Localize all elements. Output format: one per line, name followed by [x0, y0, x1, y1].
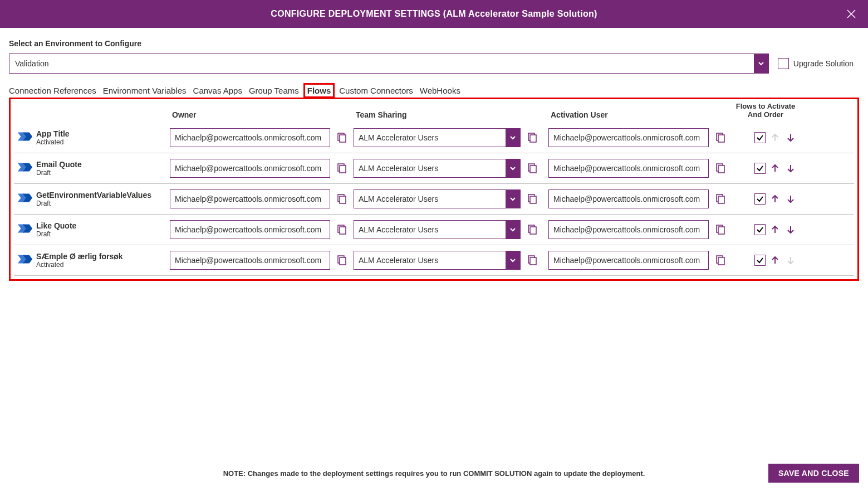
copy-icon[interactable] [713, 162, 727, 175]
activation-user-input[interactable] [548, 159, 709, 178]
copy-icon[interactable] [335, 223, 348, 236]
environment-select-value: Validation [9, 59, 754, 68]
move-up-button [769, 132, 781, 144]
chevron-down-icon [506, 159, 520, 177]
upgrade-solution-checkbox[interactable] [778, 58, 789, 69]
tab-custom-connectors[interactable]: Custom Connectors [339, 86, 413, 95]
flow-icon [17, 161, 33, 176]
move-down-button[interactable] [784, 193, 797, 205]
team-sharing-value: ALM Accelerator Users [354, 133, 506, 142]
column-owner: Owner [170, 110, 354, 119]
flow-status: Activated [36, 138, 165, 146]
owner-input[interactable] [170, 189, 330, 208]
copy-icon[interactable] [713, 192, 727, 206]
tab-flows[interactable]: Flows [303, 83, 335, 98]
move-up-button[interactable] [769, 193, 781, 205]
tab-group-teams[interactable]: Group Teams [249, 86, 299, 95]
copy-icon[interactable] [525, 223, 538, 236]
svg-rect-11 [718, 166, 724, 173]
copy-icon[interactable] [525, 162, 538, 175]
dialog-title: CONFIGURE DEPLOYMENT SETTINGS (ALM Accel… [271, 9, 597, 19]
copy-icon[interactable] [525, 192, 538, 206]
move-down-button[interactable] [784, 162, 797, 174]
svg-rect-7 [340, 166, 346, 173]
move-down-button[interactable] [784, 132, 797, 144]
svg-rect-5 [718, 135, 724, 142]
activate-checkbox[interactable] [754, 132, 766, 143]
team-sharing-select[interactable]: ALM Accelerator Users [354, 251, 521, 270]
team-sharing-value: ALM Accelerator Users [354, 164, 506, 173]
svg-rect-29 [718, 257, 724, 265]
activation-user-input[interactable] [548, 251, 709, 270]
flow-name: Email Quote [36, 160, 165, 169]
copy-icon[interactable] [525, 131, 538, 144]
activation-user-input[interactable] [548, 189, 709, 208]
copy-icon[interactable] [713, 254, 727, 267]
move-up-button[interactable] [769, 162, 781, 174]
chevron-down-icon [754, 54, 768, 73]
copy-icon[interactable] [335, 162, 348, 175]
tab-bar: Connection References Environment Variab… [9, 86, 859, 95]
tab-webhooks[interactable]: WebHooks [420, 86, 460, 95]
copy-icon[interactable] [525, 254, 538, 267]
activation-user-input[interactable] [548, 128, 709, 147]
copy-icon[interactable] [713, 223, 727, 236]
activate-checkbox[interactable] [754, 224, 766, 235]
move-down-button[interactable] [784, 223, 797, 236]
chevron-down-icon [506, 129, 520, 147]
column-team-sharing: Team Sharing [354, 110, 548, 119]
table-row: App Title Activated ALM Accelerator User… [14, 123, 854, 153]
chevron-down-icon [506, 251, 520, 269]
owner-input[interactable] [170, 251, 330, 270]
copy-icon[interactable] [335, 131, 348, 144]
environment-select[interactable]: Validation [9, 54, 769, 74]
team-sharing-value: ALM Accelerator Users [354, 256, 506, 265]
flow-icon [17, 191, 33, 206]
close-icon[interactable] [845, 7, 858, 21]
activate-checkbox[interactable] [754, 255, 766, 266]
tab-canvas-apps[interactable]: Canvas Apps [193, 86, 242, 95]
table-row: Email Quote Draft ALM Accelerator Users [14, 153, 854, 184]
column-activation-user: Activation User [548, 110, 732, 119]
flow-icon [17, 130, 33, 145]
svg-rect-15 [530, 196, 536, 203]
activate-checkbox[interactable] [754, 163, 766, 174]
move-up-button[interactable] [769, 254, 781, 266]
svg-rect-19 [340, 227, 346, 234]
svg-rect-23 [718, 227, 724, 234]
copy-icon[interactable] [335, 192, 348, 206]
flow-status: Draft [36, 169, 165, 177]
dialog-header: CONFIGURE DEPLOYMENT SETTINGS (ALM Accel… [0, 0, 868, 28]
team-sharing-value: ALM Accelerator Users [354, 225, 506, 234]
grid-header: Owner Team Sharing Activation User Flows… [14, 103, 854, 123]
svg-rect-13 [340, 196, 346, 203]
table-row: GetEnvironmentVariableValues Draft ALM A… [14, 184, 854, 215]
team-sharing-select[interactable]: ALM Accelerator Users [354, 128, 521, 147]
owner-input[interactable] [170, 128, 330, 147]
flow-status: Draft [36, 200, 165, 207]
table-row: Like Quote Draft ALM Accelerator Users [14, 215, 854, 245]
chevron-down-icon [506, 190, 520, 208]
svg-rect-17 [718, 196, 724, 203]
move-up-button[interactable] [769, 223, 781, 236]
flows-grid: Owner Team Sharing Activation User Flows… [9, 98, 859, 281]
team-sharing-select[interactable]: ALM Accelerator Users [354, 189, 521, 208]
owner-input[interactable] [170, 159, 330, 178]
svg-rect-21 [530, 227, 536, 234]
activate-checkbox[interactable] [754, 193, 766, 205]
tab-connection-references[interactable]: Connection References [9, 86, 96, 95]
copy-icon[interactable] [713, 131, 727, 144]
svg-rect-27 [530, 257, 536, 265]
flow-name: App Title [36, 129, 165, 138]
team-sharing-select[interactable]: ALM Accelerator Users [354, 159, 521, 178]
owner-input[interactable] [170, 220, 330, 239]
activation-user-input[interactable] [548, 220, 709, 239]
upgrade-solution-label: Upgrade Solution [793, 59, 854, 68]
team-sharing-select[interactable]: ALM Accelerator Users [354, 220, 521, 239]
copy-icon[interactable] [335, 254, 348, 267]
svg-rect-1 [340, 135, 346, 142]
svg-rect-25 [340, 257, 346, 265]
flow-name: GetEnvironmentVariableValues [36, 191, 165, 200]
tab-environment-variables[interactable]: Environment Variables [103, 86, 187, 95]
svg-rect-3 [530, 135, 536, 142]
